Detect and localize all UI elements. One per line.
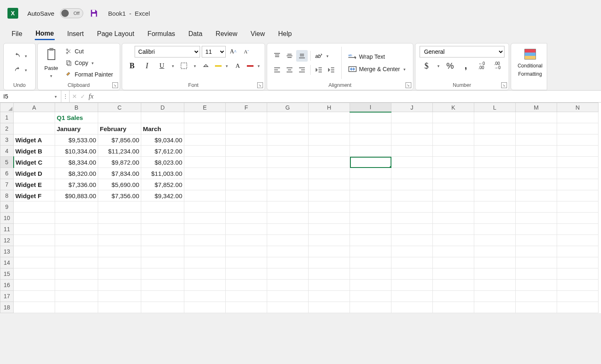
cell-B6[interactable]: $8,320.00 (55, 168, 98, 179)
cell-E8[interactable] (184, 190, 226, 201)
row-header[interactable]: 8 (0, 190, 14, 201)
autosave-toggle[interactable]: Off (60, 8, 83, 18)
accounting-format-icon[interactable]: $ (421, 60, 432, 72)
cell-M13[interactable] (516, 246, 557, 257)
cell-G4[interactable] (267, 146, 309, 157)
cell-A14[interactable] (14, 257, 55, 268)
cell-A9[interactable] (14, 201, 55, 213)
row-header[interactable]: 9 (0, 201, 14, 213)
align-left-icon[interactable] (271, 64, 283, 76)
cell-G17[interactable] (267, 291, 309, 302)
number-format-select[interactable]: General (420, 46, 504, 57)
cell-K15[interactable] (433, 268, 474, 280)
name-box-input[interactable] (3, 93, 41, 100)
cell-G8[interactable] (267, 190, 309, 201)
cell-N15[interactable] (557, 268, 599, 280)
cell-B3[interactable]: $9,533.00 (55, 134, 98, 146)
cell-A2[interactable] (14, 123, 55, 134)
cell-M14[interactable] (516, 257, 557, 268)
cell-M3[interactable] (516, 134, 557, 146)
cell-D2[interactable]: March (141, 123, 184, 134)
cell-L18[interactable] (474, 302, 516, 313)
cell-N16[interactable] (557, 280, 599, 291)
cell-J9[interactable] (391, 201, 433, 213)
cell-B13[interactable] (55, 246, 98, 257)
cell-D3[interactable]: $9,034.00 (141, 134, 184, 146)
cell-D4[interactable]: $7,612.00 (141, 146, 184, 157)
cell-C14[interactable] (98, 257, 141, 268)
cancel-formula-icon[interactable]: ✕ (72, 93, 77, 100)
cell-F16[interactable] (226, 280, 267, 291)
cell-D17[interactable] (141, 291, 184, 302)
cell-K4[interactable] (433, 146, 474, 157)
align-center-icon[interactable] (284, 64, 295, 76)
cell-H2[interactable] (309, 123, 350, 134)
tab-file[interactable]: File (11, 29, 23, 39)
cell-F5[interactable] (226, 157, 267, 168)
cell-F12[interactable] (226, 235, 267, 246)
cell-H3[interactable] (309, 134, 350, 146)
cell-J5[interactable] (391, 157, 433, 168)
cell-L4[interactable] (474, 146, 516, 157)
column-header[interactable]: I (350, 103, 391, 112)
cell-N17[interactable] (557, 291, 599, 302)
cell-C5[interactable]: $9,872.00 (98, 157, 141, 168)
column-header[interactable]: D (141, 103, 184, 112)
cell-B17[interactable] (55, 291, 98, 302)
cell-J4[interactable] (391, 146, 433, 157)
cell-I3[interactable] (350, 134, 391, 146)
cell-A17[interactable] (14, 291, 55, 302)
cell-B5[interactable]: $8,334.00 (55, 157, 98, 168)
cell-G11[interactable] (267, 224, 309, 235)
row-header[interactable]: 4 (0, 146, 14, 157)
cell-G16[interactable] (267, 280, 309, 291)
percent-format-icon[interactable]: % (444, 60, 456, 72)
cell-I18[interactable] (350, 302, 391, 313)
cell-D8[interactable]: $9,342.00 (141, 190, 184, 201)
cell-B18[interactable] (55, 302, 98, 313)
tab-page-layout[interactable]: Page Layout (96, 29, 135, 39)
cell-J11[interactable] (391, 224, 433, 235)
cell-I12[interactable] (350, 235, 391, 246)
cell-D9[interactable] (141, 201, 184, 213)
cell-K5[interactable] (433, 157, 474, 168)
cell-I13[interactable] (350, 246, 391, 257)
chevron-down-icon[interactable]: ▾ (225, 64, 229, 68)
cell-H1[interactable] (309, 112, 350, 123)
cell-F9[interactable] (226, 201, 267, 213)
cell-C17[interactable] (98, 291, 141, 302)
cell-I6[interactable] (350, 168, 391, 179)
cell-K11[interactable] (433, 224, 474, 235)
cell-C1[interactable] (98, 112, 141, 123)
name-box[interactable]: ▾ (0, 91, 61, 102)
cell-A4[interactable]: Widget B (14, 146, 55, 157)
increase-font-icon[interactable]: A^ (227, 46, 239, 57)
cell-M16[interactable] (516, 280, 557, 291)
cell-C12[interactable] (98, 235, 141, 246)
cell-I2[interactable] (350, 123, 391, 134)
cell-J17[interactable] (391, 291, 433, 302)
cell-E15[interactable] (184, 268, 226, 280)
select-all-corner[interactable] (0, 103, 14, 112)
cell-A6[interactable]: Widget D (14, 168, 55, 179)
cell-E12[interactable] (184, 235, 226, 246)
cell-N10[interactable] (557, 213, 599, 224)
align-middle-icon[interactable] (284, 50, 295, 62)
cell-B4[interactable]: $10,334.00 (55, 146, 98, 157)
row-header[interactable]: 2 (0, 123, 14, 134)
cell-F13[interactable] (226, 246, 267, 257)
cell-K16[interactable] (433, 280, 474, 291)
chevron-down-icon[interactable]: ▾ (24, 68, 28, 72)
cell-L17[interactable] (474, 291, 516, 302)
row-header[interactable]: 6 (0, 168, 14, 179)
cell-K3[interactable] (433, 134, 474, 146)
cell-A8[interactable]: Widget F (14, 190, 55, 201)
column-header[interactable]: B (55, 103, 98, 112)
row-header[interactable]: 17 (0, 291, 14, 302)
cell-H4[interactable] (309, 146, 350, 157)
cell-G18[interactable] (267, 302, 309, 313)
cell-N14[interactable] (557, 257, 599, 268)
cell-C8[interactable]: $7,356.00 (98, 190, 141, 201)
cell-A16[interactable] (14, 280, 55, 291)
row-header[interactable]: 12 (0, 235, 14, 246)
